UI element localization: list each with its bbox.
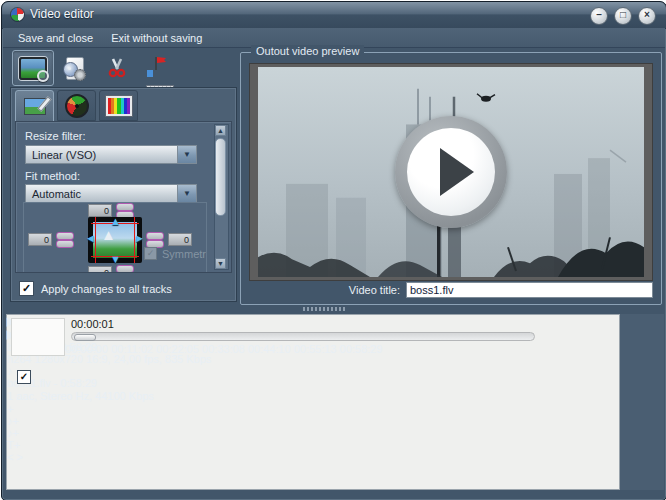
symmetric-checkbox[interactable]: ✓ [144, 247, 157, 260]
minimize-button[interactable]: – [590, 7, 608, 25]
crop-arrow-right-icon[interactable]: ► [134, 232, 145, 244]
note-add-icon: ♪+ [7, 427, 619, 439]
add-text-track-button[interactable]: T+ [7, 439, 619, 451]
crop-left-spinner[interactable] [56, 232, 74, 246]
video-title-input[interactable] [406, 282, 653, 298]
video-title-label: Video title: [349, 284, 400, 296]
timeline-header-cell [11, 318, 65, 356]
timeline-area: 00:00:01 00:00:00 00:11:02 00:22:05 00:3… [6, 314, 620, 490]
tab-color-bars[interactable] [99, 90, 138, 121]
audio-track-checkbox[interactable]: ✓ [17, 370, 31, 384]
file-disc-icon [66, 57, 84, 80]
crop-left-value[interactable]: 0 [28, 233, 52, 246]
chapters-button[interactable] [138, 50, 180, 86]
audio-track-clip[interactable]: ♪ boss1.flv - 0:58:29 1 aac, Stereo Hz, … [7, 365, 619, 403]
menu-save-and-close[interactable]: Save and close [9, 30, 102, 46]
cut-button[interactable] [96, 50, 138, 86]
export-file-button[interactable] [54, 50, 96, 86]
note-add-icon: ♪+ [7, 415, 619, 427]
colorbars-icon [106, 96, 132, 116]
ruler-tick: 00:11:02 [111, 343, 153, 355]
video-preview[interactable] [249, 63, 653, 281]
apply-all-row: ✓ Apply changes to all tracks [19, 281, 172, 296]
fit-method-label: Fit method: [25, 170, 80, 182]
monitor-icon [19, 57, 47, 80]
play-overlay-button[interactable] [395, 116, 507, 228]
video-editor-window: Video editor – □ × Save and close Exit w… [1, 1, 666, 500]
chapter-flag-icon [146, 57, 172, 79]
video-title-row: Video title: [241, 281, 653, 298]
maximize-button[interactable]: □ [614, 7, 632, 25]
crop-arrow-up-icon[interactable]: ▲ [110, 215, 121, 227]
panel-scrollbar-thumb[interactable] [215, 138, 226, 216]
scroll-left-icon[interactable]: < [7, 451, 13, 463]
audio-clip-title: boss1.flv - 0:58:29 [7, 377, 619, 390]
seek-slider[interactable] [71, 332, 535, 341]
resize-filter-select[interactable]: Linear (VSO) ▼ [25, 145, 197, 164]
timeline-panel: 00:00:01 00:00:00 00:11:02 00:22:05 00:3… [6, 314, 664, 490]
scroll-down-icon[interactable]: ▼ [215, 258, 226, 269]
timeline-horizontal-scrollbar[interactable]: < > [7, 451, 619, 463]
app-icon [11, 8, 24, 21]
output-preview-group: Outout video preview [240, 52, 662, 305]
crop-right-value[interactable]: 0 [168, 233, 192, 246]
apply-all-checkbox[interactable]: ✓ [19, 281, 34, 296]
crop-control: 0 0 ▲ ▲ ▼ ◄ ► 0 0 [23, 202, 207, 273]
image-edit-icon [24, 98, 46, 115]
add-audio-track-button[interactable]: ♪+ [7, 427, 619, 439]
gauge-icon [65, 94, 89, 118]
add-audio-effect-button[interactable]: ♪+ [7, 415, 619, 427]
play-icon [440, 148, 474, 196]
ruler-tick: 00:33:08 [202, 343, 245, 355]
fit-method-value: Automatic [32, 188, 81, 200]
apply-all-label: Apply changes to all tracks [41, 283, 172, 295]
titlebar[interactable]: Video editor – □ × [2, 2, 666, 29]
seek-slider-thumb[interactable] [74, 334, 96, 341]
add-video-effect-button[interactable]: + [7, 403, 619, 415]
crop-arrow-down-icon[interactable]: ▼ [110, 253, 121, 265]
tab-image-settings[interactable] [15, 90, 54, 123]
symmetric-label: Symmetric [162, 248, 207, 260]
preview-settings-button[interactable] [12, 50, 54, 86]
crop-grid-lines [91, 223, 139, 257]
fit-method-select[interactable]: Automatic ▼ [25, 184, 197, 203]
crop-top-value[interactable]: 0 [88, 204, 112, 217]
text-add-icon: T+ [7, 439, 619, 451]
crop-right-spinner[interactable] [146, 232, 164, 246]
scroll-right-icon[interactable]: > [17, 451, 23, 463]
preview-group-label: Outout video preview [251, 45, 364, 57]
splitter-grip-icon[interactable] [303, 307, 347, 311]
ruler-tick: 00:22:05 [156, 343, 199, 355]
resize-filter-label: Resize filter: [25, 130, 86, 142]
ruler-tick: 00:55:13 [294, 343, 337, 355]
symmetric-option: ✓ Symmetric [144, 247, 207, 260]
splitter[interactable] [3, 304, 665, 314]
ruler-tick: 00:00:00 [65, 343, 108, 355]
settings-panel: Resize filter: Linear (VSO) ▼ Fit method… [10, 87, 237, 302]
timeline-ruler[interactable]: 00:00:00 00:11:02 00:22:05 00:33:08 00:4… [65, 343, 611, 360]
scissors-icon [106, 57, 128, 79]
tab-color-gauge[interactable] [57, 90, 96, 121]
audio-clip-details: 1 aac, Stereo Hz, 44100 Kbps [7, 390, 619, 403]
panel-scrollbar[interactable]: ▲ ▼ [214, 124, 229, 270]
ruler-end-time: 00:58:29 [340, 343, 383, 355]
current-time: 00:00:01 [71, 318, 114, 330]
audio-note-icon: ♪ [7, 365, 619, 377]
menu-exit-without-saving[interactable]: Exit without saving [102, 30, 211, 46]
clapperboard-add-icon: + [7, 403, 619, 415]
chevron-down-icon[interactable]: ▼ [177, 185, 196, 202]
chevron-down-icon[interactable]: ▼ [177, 146, 196, 163]
crop-preview-thumbnail[interactable]: ▲ ▲ ▼ ◄ ► [88, 217, 142, 263]
ruler-tick: 00:44:10 [248, 343, 291, 355]
scroll-up-icon[interactable]: ▲ [215, 125, 226, 136]
crop-arrow-left-icon[interactable]: ◄ [85, 232, 96, 244]
settings-body: Resize filter: Linear (VSO) ▼ Fit method… [15, 121, 232, 273]
crop-bottom-value[interactable]: 0 [88, 266, 112, 273]
window-title: Video editor [30, 7, 94, 21]
crop-bottom-spinner[interactable] [116, 265, 134, 273]
close-button[interactable]: × [638, 7, 656, 25]
resize-filter-value: Linear (VSO) [32, 149, 96, 161]
